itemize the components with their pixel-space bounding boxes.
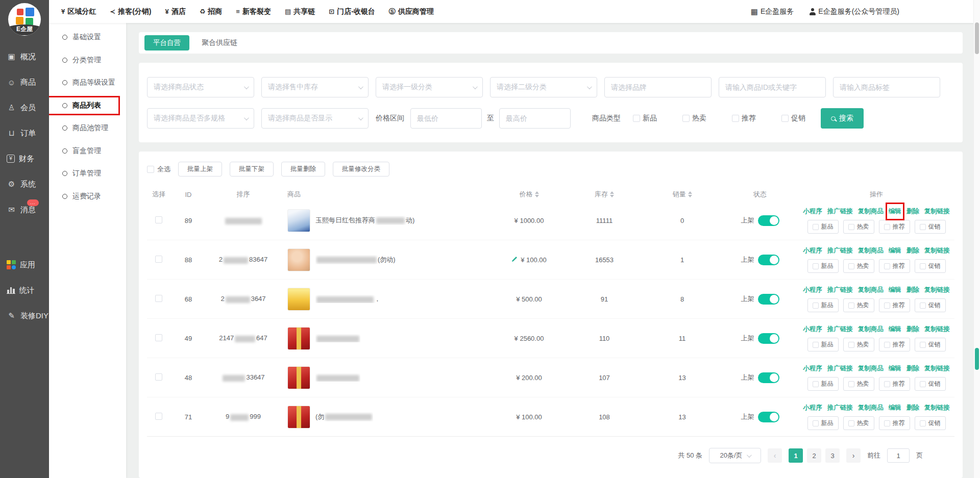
sidebar-item-goods[interactable]: ☺商品 xyxy=(0,69,49,95)
sidebar-item-diy[interactable]: ✎装修DIY xyxy=(0,303,49,329)
checkbox-icon[interactable] xyxy=(813,342,819,348)
checkbox-icon[interactable] xyxy=(920,263,926,269)
action-link-编辑[interactable]: 编辑 xyxy=(889,207,901,216)
tag-checkbox-推荐[interactable]: 推荐 xyxy=(879,259,910,273)
page-size-select[interactable]: 20条/页 xyxy=(709,448,761,463)
checkbox-icon[interactable] xyxy=(781,115,789,122)
sidebar-item-system[interactable]: ⚙系统 xyxy=(0,171,49,197)
row-checkbox[interactable] xyxy=(155,373,162,381)
sidebar-item-members[interactable]: ♙会员 xyxy=(0,95,49,120)
action-link-复制商品[interactable]: 复制商品 xyxy=(858,325,884,334)
checkbox-icon[interactable] xyxy=(884,224,890,230)
tag-checkbox-促销[interactable]: 促销 xyxy=(915,377,946,391)
goto-page-input[interactable] xyxy=(887,448,910,463)
action-link-复制链接[interactable]: 复制链接 xyxy=(924,246,950,255)
tag-checkbox-新品[interactable]: 新品 xyxy=(807,338,839,351)
status-toggle[interactable] xyxy=(758,294,779,305)
row-checkbox[interactable] xyxy=(155,256,162,263)
submenu-item[interactable]: 基础设置 xyxy=(49,26,126,49)
action-link-推广链接[interactable]: 推广链接 xyxy=(827,207,853,216)
select-all[interactable]: 全选 xyxy=(147,165,170,174)
checkbox-icon[interactable] xyxy=(813,303,819,309)
checkbox-icon[interactable] xyxy=(920,420,926,426)
checkbox-icon[interactable] xyxy=(813,420,819,426)
sort-icon[interactable] xyxy=(610,191,614,198)
sort-icon[interactable] xyxy=(535,191,539,198)
action-link-复制商品[interactable]: 复制商品 xyxy=(858,404,884,412)
prev-page-button[interactable]: ‹ xyxy=(768,448,782,463)
batch-button[interactable]: 批量下架 xyxy=(230,162,274,177)
search-button[interactable]: 搜索 xyxy=(821,108,864,129)
sidebar-item-finance[interactable]: ¥财务 xyxy=(0,146,49,171)
filter-text-input[interactable] xyxy=(725,83,819,91)
batch-button[interactable]: 批量修改分类 xyxy=(333,162,389,177)
column-header[interactable]: 销量 xyxy=(643,190,722,199)
action-link-复制链接[interactable]: 复制链接 xyxy=(924,286,950,294)
scrollbar-accent-thumb[interactable] xyxy=(975,348,979,370)
action-link-删除[interactable]: 删除 xyxy=(906,286,919,294)
filter-select[interactable]: 请选择二级分类 xyxy=(490,77,597,97)
action-link-复制商品[interactable]: 复制商品 xyxy=(858,246,884,255)
status-toggle[interactable] xyxy=(758,333,779,344)
sidebar-item-orders[interactable]: ⊔订单 xyxy=(0,120,49,146)
action-link-小程序[interactable]: 小程序 xyxy=(803,364,822,373)
filter-select[interactable]: 请选择商品是否多规格 xyxy=(147,108,254,129)
action-link-复制链接[interactable]: 复制链接 xyxy=(924,207,950,216)
tag-checkbox-热卖[interactable]: 热卖 xyxy=(843,416,874,430)
price-max-field[interactable] xyxy=(499,108,571,129)
sort-icon[interactable] xyxy=(688,191,692,198)
submenu-item[interactable]: 商品列表 xyxy=(49,94,126,117)
product-thumbnail[interactable] xyxy=(287,366,310,389)
checkbox-icon[interactable] xyxy=(884,381,890,387)
checkbox-icon[interactable] xyxy=(813,224,819,230)
checkbox-icon[interactable] xyxy=(884,342,890,348)
action-link-删除[interactable]: 删除 xyxy=(906,325,919,334)
checkbox-icon[interactable] xyxy=(848,263,854,269)
product-thumbnail[interactable] xyxy=(287,406,310,429)
product-thumbnail[interactable] xyxy=(287,288,310,311)
tag-checkbox-促销[interactable]: 促销 xyxy=(915,298,946,312)
filter-text-input[interactable] xyxy=(611,83,705,91)
action-link-删除[interactable]: 删除 xyxy=(906,364,919,373)
action-link-编辑[interactable]: 编辑 xyxy=(889,364,901,373)
checkbox-icon[interactable] xyxy=(633,115,640,122)
topnav-item[interactable]: ≡新客裂变 xyxy=(236,7,271,16)
submenu-item[interactable]: 盲盒管理 xyxy=(49,140,126,163)
sidebar-item-message[interactable]: ✉消息... xyxy=(0,197,49,222)
product-type-checkbox-新品[interactable]: 新品 xyxy=(633,114,657,123)
row-checkbox[interactable] xyxy=(155,295,162,302)
checkbox-icon[interactable] xyxy=(848,420,854,426)
column-header[interactable]: 价格 xyxy=(492,190,566,199)
action-link-复制商品[interactable]: 复制商品 xyxy=(858,364,884,373)
tag-checkbox-新品[interactable]: 新品 xyxy=(807,220,839,234)
action-link-推广链接[interactable]: 推广链接 xyxy=(827,286,853,294)
column-header[interactable]: 库存 xyxy=(566,190,643,199)
tag-checkbox-推荐[interactable]: 推荐 xyxy=(879,416,910,430)
checkbox-icon[interactable] xyxy=(848,342,854,348)
checkbox-icon[interactable] xyxy=(813,381,819,387)
filter-select[interactable]: 请选择商品状态 xyxy=(147,77,254,97)
app-logo[interactable]: E企屋 xyxy=(8,3,41,36)
status-toggle[interactable] xyxy=(758,215,779,226)
checkbox-icon[interactable] xyxy=(920,224,926,230)
product-type-checkbox-推荐[interactable]: 推荐 xyxy=(732,114,756,123)
tag-checkbox-新品[interactable]: 新品 xyxy=(807,416,839,430)
sidebar-item-apps[interactable]: 应用 xyxy=(0,252,49,278)
page-number-3[interactable]: 3 xyxy=(825,448,840,463)
tag-checkbox-新品[interactable]: 新品 xyxy=(807,298,839,312)
sidebar-item-stats[interactable]: 统计 xyxy=(0,278,49,303)
action-link-复制链接[interactable]: 复制链接 xyxy=(924,325,950,334)
page-number-1[interactable]: 1 xyxy=(789,448,803,463)
checkbox-icon[interactable] xyxy=(848,224,854,230)
tag-checkbox-新品[interactable]: 新品 xyxy=(807,259,839,273)
filter-select[interactable]: 请选择售中库存 xyxy=(261,77,369,97)
product-thumbnail[interactable] xyxy=(287,209,310,232)
topnav-item[interactable]: Ұ区域分红 xyxy=(61,7,96,16)
action-link-复制商品[interactable]: 复制商品 xyxy=(858,207,884,216)
action-link-复制商品[interactable]: 复制商品 xyxy=(858,286,884,294)
action-link-复制链接[interactable]: 复制链接 xyxy=(924,404,950,412)
tag-checkbox-促销[interactable]: 促销 xyxy=(915,416,946,430)
tag-checkbox-新品[interactable]: 新品 xyxy=(807,377,839,391)
checkbox-icon[interactable] xyxy=(813,263,819,269)
tab-platform-self[interactable]: 平台自营 xyxy=(144,35,189,51)
